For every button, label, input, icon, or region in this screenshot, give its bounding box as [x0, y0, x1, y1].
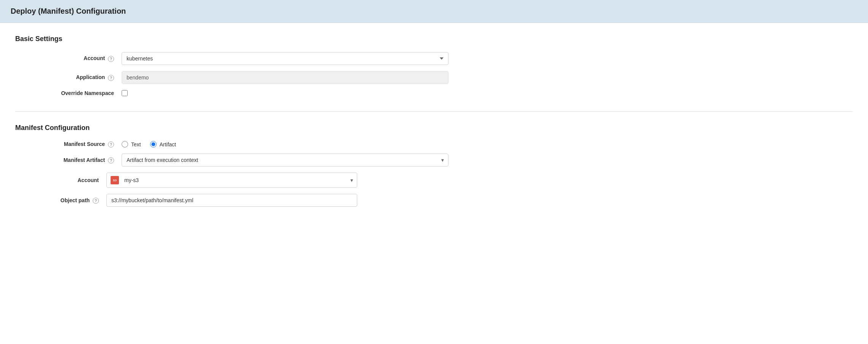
svg-text:S3: S3: [113, 179, 116, 182]
s3-account-chevron-icon: ▾: [350, 177, 357, 183]
manifest-source-text-radio[interactable]: [122, 141, 128, 147]
manifest-source-label: Manifest Source ?: [15, 141, 122, 147]
s3-account-select-wrapper: S3 my-s3my-s3-2 ▾: [106, 173, 357, 188]
object-path-help-icon[interactable]: ?: [93, 198, 99, 204]
manifest-source-radio-group: Text Artifact: [122, 141, 448, 147]
s3-service-icon: S3: [111, 176, 119, 184]
override-namespace-label: Override Namespace: [15, 90, 122, 96]
object-path-row: Object path ?: [15, 194, 853, 207]
manifest-source-text-label[interactable]: Text: [131, 141, 141, 147]
account-select[interactable]: kubernetesproductionstaging: [122, 52, 448, 65]
manifest-artifact-select-wrapper: Artifact from execution contextCustom ar…: [122, 154, 448, 166]
page-title: Deploy (Manifest) Configuration: [11, 7, 857, 16]
manifest-source-row: Manifest Source ? Text Artifact: [15, 141, 853, 147]
manifest-artifact-label: Manifest Artifact ?: [15, 157, 122, 163]
manifest-source-text-option: Text: [122, 141, 141, 147]
manifest-source-artifact-option: Artifact: [150, 141, 176, 147]
manifest-source-artifact-radio[interactable]: [150, 141, 157, 147]
s3-icon-wrapper: S3: [107, 173, 123, 187]
basic-settings-section: Basic Settings Account ? kubernetesprodu…: [15, 35, 853, 96]
account-control-wrapper: kubernetesproductionstaging: [122, 52, 448, 65]
manifest-artifact-help-icon[interactable]: ?: [108, 157, 114, 163]
application-row: Application ?: [15, 71, 853, 84]
object-path-label: Object path ?: [30, 197, 106, 204]
manifest-artifact-row: Manifest Artifact ? Artifact from execut…: [15, 154, 853, 166]
manifest-artifact-control-wrapper: Artifact from execution contextCustom ar…: [122, 154, 448, 166]
manifest-config-section: Manifest Configuration Manifest Source ?…: [15, 124, 853, 207]
account-label: Account ?: [15, 55, 122, 62]
application-control-wrapper: [122, 71, 448, 84]
basic-settings-title: Basic Settings: [15, 35, 853, 43]
s3-account-label: Account: [30, 177, 106, 183]
page-header: Deploy (Manifest) Configuration: [0, 0, 868, 23]
override-namespace-checkbox-wrapper: [122, 90, 448, 96]
manifest-source-artifact-label[interactable]: Artifact: [160, 141, 176, 147]
manifest-source-help-icon[interactable]: ?: [108, 141, 114, 147]
s3-account-control-wrapper: S3 my-s3my-s3-2 ▾: [106, 173, 357, 188]
s3-account-select[interactable]: my-s3my-s3-2: [123, 174, 350, 186]
override-namespace-row: Override Namespace: [15, 90, 853, 96]
application-label: Application ?: [15, 74, 122, 81]
s3-account-row: Account S3 my-s3my-s3-2 ▾: [15, 173, 853, 188]
override-namespace-checkbox[interactable]: [122, 90, 128, 96]
section-divider: [15, 111, 853, 112]
override-namespace-control-wrapper: [122, 90, 448, 96]
page-content: Basic Settings Account ? kubernetesprodu…: [0, 23, 868, 234]
account-help-icon[interactable]: ?: [108, 56, 114, 62]
object-path-control-wrapper: [106, 194, 357, 207]
application-help-icon[interactable]: ?: [108, 75, 114, 81]
object-path-input[interactable]: [106, 194, 357, 207]
manifest-artifact-select[interactable]: Artifact from execution contextCustom ar…: [122, 154, 448, 166]
application-input: [122, 71, 448, 84]
account-row: Account ? kubernetesproductionstaging: [15, 52, 853, 65]
manifest-source-control-wrapper: Text Artifact: [122, 141, 448, 147]
manifest-config-title: Manifest Configuration: [15, 124, 853, 132]
